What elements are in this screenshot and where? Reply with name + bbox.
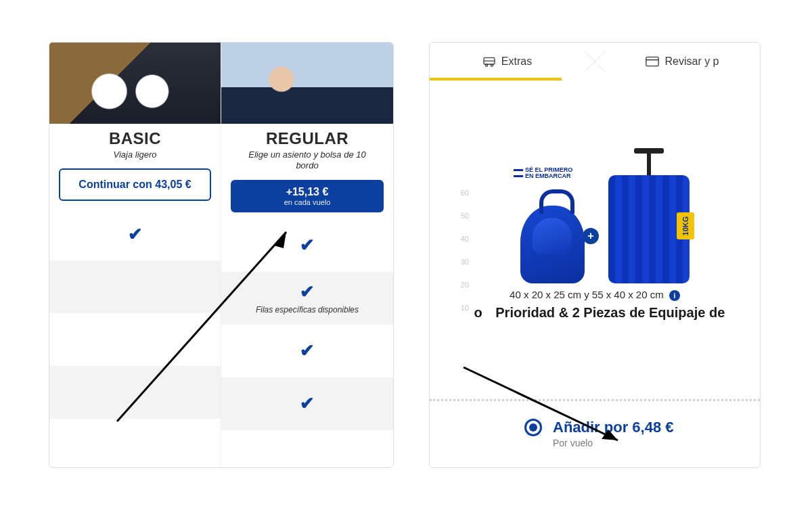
- axis-tick: 30: [449, 258, 469, 266]
- fare-regular-image: [221, 43, 393, 124]
- continue-basic-button[interactable]: Continuar con 43,05 €: [59, 168, 211, 201]
- extras-icon: [482, 56, 496, 67]
- regular-price-sub: en cada vuelo: [284, 198, 331, 206]
- fare-compare-panel: BASIC Viaja ligero Continuar con 43,05 €…: [49, 42, 394, 468]
- radio-selected-icon[interactable]: [524, 419, 542, 436]
- suitcase-icon: 10KG: [608, 175, 690, 283]
- add-priority-sub: Por vuelo: [553, 438, 674, 448]
- fare-regular-title: REGULAR: [229, 129, 385, 148]
- breadcrumb-extras-label: Extras: [501, 55, 532, 68]
- dimensions-value: 40 x 20 x 25 cm y 55 x 40 x 20 cm: [510, 289, 664, 300]
- axis-tick: 20: [449, 281, 469, 289]
- fare-regular-subtitle: Elige un asiento y bolsa de 10 bordo: [229, 149, 385, 172]
- fare-column-regular: REGULAR Elige un asiento y bolsa de 10 b…: [221, 43, 393, 467]
- fare-column-basic: BASIC Viaja ligero Continuar con 43,05 €…: [49, 43, 221, 467]
- axis-tick: 50: [449, 212, 469, 220]
- review-icon: [646, 56, 659, 67]
- axis-tick: 40: [449, 235, 469, 243]
- select-regular-button[interactable]: +15,13 € en cada vuelo: [231, 180, 384, 212]
- add-priority-row[interactable]: Añadir por 6,48 € Por vuelo: [430, 399, 760, 448]
- svg-point-4: [485, 64, 487, 66]
- extras-panel: Extras Revisar y p 60 50 40 30 20 10 SÉ …: [429, 42, 761, 468]
- info-icon[interactable]: i: [669, 290, 680, 301]
- check-icon: ✔: [300, 393, 315, 414]
- breadcrumb-extras[interactable]: Extras: [430, 43, 585, 80]
- continue-basic-label: Continuar con 43,05 €: [78, 179, 191, 191]
- dimensions-text: 40 x 20 x 25 cm y 55 x 40 x 20 cm i: [436, 289, 753, 301]
- axis-tick: 10: [449, 304, 469, 312]
- plus-icon: +: [583, 228, 599, 244]
- fare-basic-title: BASIC: [58, 129, 212, 148]
- fare-basic-image: [49, 43, 221, 124]
- first-to-board-badge: SÉ EL PRIMERO EN EMBARCAR: [514, 167, 572, 179]
- axis-tick: 60: [449, 189, 469, 197]
- check-icon: ✔: [300, 340, 315, 361]
- checkout-breadcrumbs: Extras Revisar y p: [430, 43, 760, 80]
- axis-scale: 60 50 40 30 20 10: [449, 189, 469, 327]
- regular-price-label: +15,13 €: [286, 186, 329, 198]
- breadcrumb-review-label: Revisar y p: [664, 55, 719, 68]
- breadcrumb-separator-icon: [585, 43, 605, 80]
- check-icon: ✔: [300, 235, 315, 256]
- fare-basic-subtitle: Viaja ligero: [58, 149, 212, 160]
- luggage-illustration: SÉ EL PRIMERO EN EMBARCAR + 10KG: [493, 155, 696, 283]
- svg-point-5: [491, 64, 493, 66]
- breadcrumb-review[interactable]: Revisar y p: [605, 43, 760, 80]
- backpack-icon: [520, 206, 585, 283]
- first-board-line2: EN EMBARCAR: [525, 172, 571, 179]
- svg-rect-6: [646, 57, 658, 66]
- priority-title: Prioridad & 2 Piezas de Equipaje de: [495, 305, 725, 320]
- check-icon: ✔: [128, 224, 143, 245]
- regular-row-note: Filas específicas disponibles: [256, 305, 359, 315]
- check-icon: ✔: [300, 281, 315, 302]
- weight-tag: 10KG: [677, 212, 694, 239]
- radio-inner: [529, 423, 537, 432]
- add-priority-label: Añadir por 6,48 €: [553, 419, 674, 436]
